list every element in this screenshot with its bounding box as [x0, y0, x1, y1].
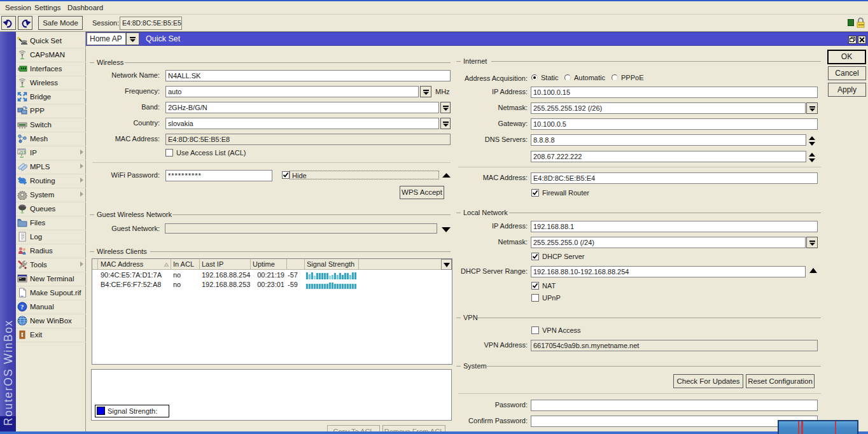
svg-text:?: ? [20, 303, 24, 311]
svg-text:255: 255 [19, 150, 26, 154]
